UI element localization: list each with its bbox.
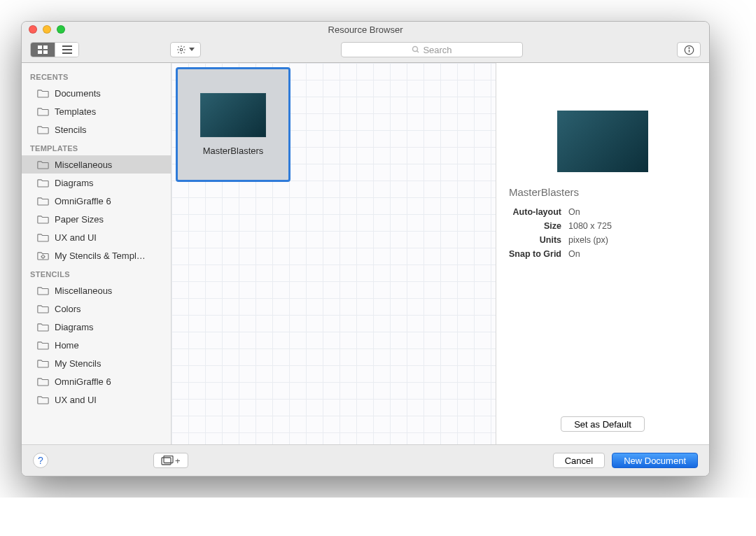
svg-rect-3 bbox=[43, 50, 48, 54]
thumbnail-label: MasterBlasters bbox=[203, 146, 264, 156]
sidebar-item-label: My Stencils & Templ… bbox=[55, 251, 146, 261]
metadata-row: Auto-layoutOn bbox=[509, 205, 696, 219]
add-template-button[interactable]: + bbox=[153, 453, 188, 468]
sidebar-item[interactable]: Miscellaneous bbox=[22, 281, 171, 299]
sidebar-item-label: Home bbox=[55, 340, 79, 351]
info-icon bbox=[684, 45, 694, 55]
metadata-value: On bbox=[568, 249, 580, 259]
footer: ? + Cancel New Document bbox=[22, 445, 709, 476]
metadata-value: 1080 x 725 bbox=[568, 221, 612, 231]
traffic-lights bbox=[29, 25, 65, 34]
gear-icon bbox=[176, 45, 186, 55]
sidebar-item[interactable]: Diagrams bbox=[22, 174, 171, 192]
list-view-button[interactable] bbox=[55, 43, 78, 57]
grid-view-button[interactable] bbox=[31, 43, 55, 57]
metadata-row: Snap to GridOn bbox=[509, 247, 696, 261]
metadata-key: Snap to Grid bbox=[509, 249, 568, 259]
content-area: MasterBlasters MasterBlasters Auto-layou… bbox=[172, 63, 709, 444]
window-title: Resource Browser bbox=[328, 24, 403, 35]
svg-rect-1 bbox=[43, 45, 48, 49]
close-window-button[interactable] bbox=[29, 25, 37, 34]
sidebar-section-header: TEMPLATES bbox=[22, 139, 171, 155]
minimize-window-button[interactable] bbox=[43, 25, 51, 34]
search-icon bbox=[412, 45, 420, 54]
sidebar-item[interactable]: Templates bbox=[22, 102, 171, 120]
sidebar-item[interactable]: Home bbox=[22, 336, 171, 354]
sidebar-item-label: Colors bbox=[55, 304, 81, 314]
sidebar[interactable]: RECENTSDocumentsTemplatesStencilsTEMPLAT… bbox=[22, 63, 172, 444]
list-icon bbox=[62, 45, 72, 54]
svg-point-8 bbox=[413, 47, 418, 52]
body: RECENTSDocumentsTemplatesStencilsTEMPLAT… bbox=[22, 63, 709, 445]
sidebar-item[interactable]: My Stencils bbox=[22, 354, 171, 372]
svg-rect-0 bbox=[38, 45, 42, 49]
metadata-value: pixels (px) bbox=[568, 235, 608, 245]
detail-preview bbox=[557, 111, 648, 172]
sidebar-item[interactable]: UX and UI bbox=[22, 228, 171, 246]
sidebar-item-label: OmniGraffle 6 bbox=[55, 196, 111, 206]
sidebar-item-label: UX and UI bbox=[55, 232, 97, 243]
svg-line-9 bbox=[417, 51, 419, 53]
new-document-button[interactable]: New Document bbox=[612, 453, 698, 468]
svg-rect-14 bbox=[162, 458, 171, 465]
sidebar-item[interactable]: Colors bbox=[22, 299, 171, 318]
detail-name: MasterBlasters bbox=[509, 186, 579, 198]
toolbar: Search bbox=[22, 37, 709, 63]
sidebar-item-label: Templates bbox=[55, 106, 96, 117]
metadata-key: Size bbox=[509, 221, 568, 231]
sidebar-item[interactable]: My Stencils & Templ… bbox=[22, 246, 171, 265]
zoom-window-button[interactable] bbox=[57, 25, 65, 34]
sidebar-item[interactable]: Paper Sizes bbox=[22, 210, 171, 228]
template-thumbnail[interactable]: MasterBlasters bbox=[176, 67, 290, 182]
resource-browser-window: Resource Browser Search RECENTSDocuments… bbox=[21, 21, 710, 477]
metadata-value: On bbox=[568, 207, 580, 217]
sidebar-item-label: Documents bbox=[55, 88, 101, 99]
help-button[interactable]: ? bbox=[33, 453, 48, 468]
sidebar-item[interactable]: Stencils bbox=[22, 120, 171, 139]
metadata-row: Unitspixels (px) bbox=[509, 233, 696, 247]
svg-point-7 bbox=[180, 48, 183, 51]
sidebar-item-label: UX and UI bbox=[55, 395, 97, 405]
svg-point-12 bbox=[689, 48, 690, 48]
sidebar-item-label: Diagrams bbox=[55, 322, 94, 332]
detail-panel: MasterBlasters Auto-layoutOnSize1080 x 7… bbox=[496, 63, 709, 444]
search-field[interactable]: Search bbox=[341, 42, 523, 57]
metadata-row: Size1080 x 725 bbox=[509, 219, 696, 233]
action-menu-button[interactable] bbox=[170, 42, 201, 57]
sidebar-item[interactable]: Miscellaneous bbox=[22, 155, 171, 174]
set-default-button[interactable]: Set as Default bbox=[561, 416, 645, 432]
metadata-key: Auto-layout bbox=[509, 207, 568, 217]
detail-metadata: Auto-layoutOnSize1080 x 725Unitspixels (… bbox=[509, 205, 696, 261]
sidebar-item-label: Paper Sizes bbox=[55, 214, 104, 225]
thumbnail-preview bbox=[200, 93, 266, 137]
sidebar-item-label: Miscellaneous bbox=[55, 285, 112, 296]
template-grid[interactable]: MasterBlasters bbox=[172, 63, 496, 444]
titlebar: Resource Browser bbox=[22, 22, 709, 37]
sidebar-item-label: Diagrams bbox=[55, 178, 94, 188]
search-placeholder: Search bbox=[423, 45, 451, 55]
svg-rect-15 bbox=[164, 456, 173, 463]
sidebar-item-label: Stencils bbox=[55, 125, 87, 135]
templates-icon bbox=[161, 456, 174, 465]
sidebar-section-header: RECENTS bbox=[22, 67, 171, 84]
sidebar-section-header: STENCILS bbox=[22, 265, 171, 281]
sidebar-item[interactable]: Documents bbox=[22, 84, 171, 102]
svg-point-13 bbox=[42, 255, 45, 258]
chevron-down-icon bbox=[189, 48, 195, 52]
sidebar-item-label: Miscellaneous bbox=[55, 160, 112, 170]
sidebar-item[interactable]: UX and UI bbox=[22, 390, 171, 409]
metadata-key: Units bbox=[509, 235, 568, 245]
cancel-button[interactable]: Cancel bbox=[553, 453, 605, 468]
svg-rect-2 bbox=[38, 50, 42, 54]
sidebar-item[interactable]: OmniGraffle 6 bbox=[22, 192, 171, 210]
view-mode-segment bbox=[30, 42, 79, 57]
plus-icon: + bbox=[175, 456, 181, 466]
sidebar-item-label: OmniGraffle 6 bbox=[55, 376, 111, 387]
info-button[interactable] bbox=[677, 42, 701, 57]
sidebar-item-label: My Stencils bbox=[55, 358, 101, 369]
sidebar-item[interactable]: Diagrams bbox=[22, 318, 171, 336]
grid-icon bbox=[38, 45, 48, 54]
sidebar-item[interactable]: OmniGraffle 6 bbox=[22, 372, 171, 390]
